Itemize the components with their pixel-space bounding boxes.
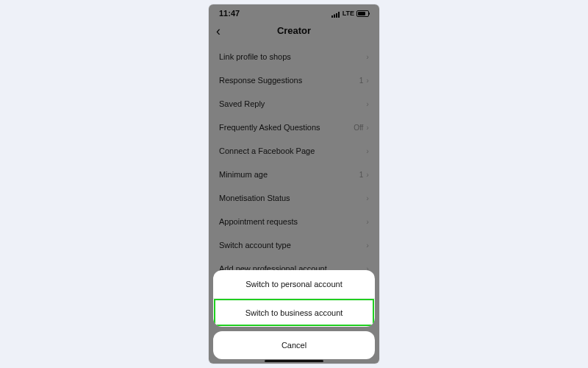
switch-business-account-button[interactable]: Switch to business account	[213, 298, 375, 327]
action-sheet-options: Switch to personal account Switch to bus…	[213, 270, 375, 327]
cancel-button[interactable]: Cancel	[213, 331, 375, 359]
action-sheet: Switch to personal account Switch to bus…	[213, 270, 375, 359]
phone-frame: 11:47 LTE ‹ Creator Link profile to shop…	[209, 4, 379, 364]
home-indicator	[265, 360, 323, 362]
switch-personal-account-button[interactable]: Switch to personal account	[213, 270, 375, 298]
action-sheet-cancel-group: Cancel	[213, 331, 375, 359]
